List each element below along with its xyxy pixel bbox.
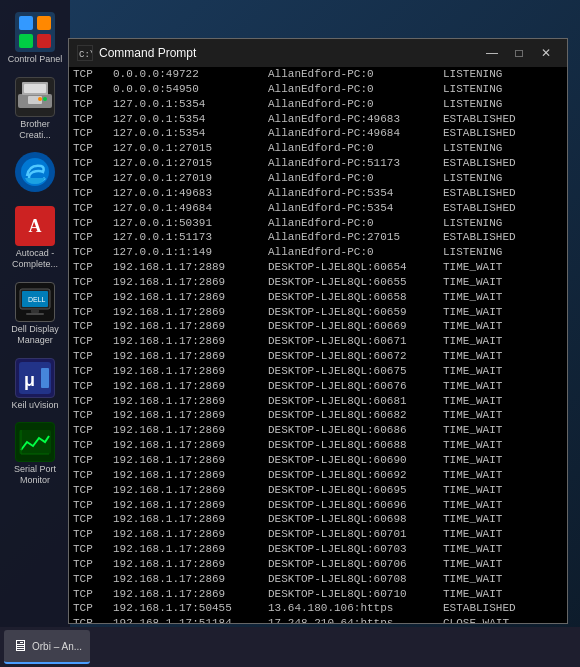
svg-text:μ: μ [24,370,35,390]
table-row: TCP192.168.1.17:5045513.64.180.106:https… [73,601,563,616]
table-row: TCP192.168.1.17:2869DESKTOP-LJEL8QL:6068… [73,423,563,438]
cmd-controls: — □ ✕ [479,42,559,64]
sidebar-icon-autocad[interactable]: A Autocad - Complete... [5,202,65,274]
cmd-titlebar: C:\ Command Prompt — □ ✕ [69,39,567,67]
svg-rect-14 [26,313,44,315]
table-row: TCP127.0.0.1:5354AllanEdford-PC:49683EST… [73,112,563,127]
table-row: TCP192.168.1.17:2869DESKTOP-LJEL8QL:6069… [73,453,563,468]
sidebar-icon-edge[interactable] [5,148,65,198]
svg-rect-0 [19,16,33,30]
table-row: TCP192.168.1.17:2869DESKTOP-LJEL8QL:6067… [73,364,563,379]
table-row: TCP192.168.1.17:2869DESKTOP-LJEL8QL:6065… [73,275,563,290]
table-row: TCP192.168.1.17:2869DESKTOP-LJEL8QL:6066… [73,319,563,334]
table-row: TCP192.168.1.17:2869DESKTOP-LJEL8QL:6069… [73,512,563,527]
sidebar-icon-control-panel[interactable]: Control Panel [5,8,65,69]
table-row: TCP0.0.0.0:49722AllanEdford-PC:0LISTENIN… [73,67,563,82]
sidebar-label-serial-port: Serial Port Monitor [7,464,63,486]
table-row: TCP127.0.0.1:27015AllanEdford-PC:0LISTEN… [73,141,563,156]
sidebar-label-dell-display: Dell Display Manager [7,324,63,346]
table-row: TCP192.168.1.17:2869DESKTOP-LJEL8QL:6069… [73,498,563,513]
table-row: TCP192.168.1.17:2869DESKTOP-LJEL8QL:6070… [73,542,563,557]
table-row: TCP127.0.0.1:50391AllanEdford-PC:0LISTEN… [73,216,563,231]
table-row: TCP192.168.1.17:2869DESKTOP-LJEL8QL:6065… [73,305,563,320]
sidebar-icon-serial-port[interactable]: Serial Port Monitor [5,418,65,490]
table-row: TCP127.0.0.1:27015AllanEdford-PC:51173ES… [73,156,563,171]
table-row: TCP127.0.0.1:49684AllanEdford-PC:5354EST… [73,201,563,216]
taskbar: 🖥 Orbi – An... [0,627,580,667]
cmd-body: TCP0.0.0.0:41337AllanEdford-PC:0LISTENIN… [69,67,567,623]
table-row: TCP127.0.0.1:5354AllanEdford-PC:49684EST… [73,126,563,141]
table-row: TCP192.168.1.17:2889DESKTOP-LJEL8QL:6065… [73,260,563,275]
svg-point-9 [38,97,42,101]
table-row: TCP192.168.1.17:2869DESKTOP-LJEL8QL:6069… [73,483,563,498]
table-row: TCP127.0.0.1:5354AllanEdford-PC:0LISTENI… [73,97,563,112]
table-row: TCP192.168.1.17:2869DESKTOP-LJEL8QL:6070… [73,572,563,587]
cmd-window: C:\ Command Prompt — □ ✕ TCP0.0.0.0:4133… [68,38,568,624]
taskbar-item-cmd[interactable]: 🖥 Orbi – An... [4,630,90,664]
svg-rect-2 [19,34,33,48]
cmd-title-text: Command Prompt [99,46,479,60]
taskbar-cmd-icon: 🖥 [12,637,28,655]
table-row: TCP127.0.0.1:1:149AllanEdford-PC:0LISTEN… [73,245,563,260]
table-row: TCP192.168.1.17:5118417.248.210.64:https… [73,616,563,623]
maximize-button[interactable]: □ [506,42,532,64]
table-row: TCP192.168.1.17:2869DESKTOP-LJEL8QL:6068… [73,408,563,423]
table-row: TCP192.168.1.17:2869DESKTOP-LJEL8QL:6067… [73,379,563,394]
table-row: TCP192.168.1.17:2869DESKTOP-LJEL8QL:6068… [73,394,563,409]
taskbar-cmd-label: Orbi – An... [32,641,82,652]
svg-rect-18 [41,368,49,388]
svg-rect-3 [37,34,51,48]
sidebar-icon-brother[interactable]: Brother Creati... [5,73,65,145]
table-row: TCP192.168.1.17:2869DESKTOP-LJEL8QL:6065… [73,290,563,305]
svg-rect-6 [24,84,46,93]
table-row: TCP127.0.0.1:49683AllanEdford-PC:5354EST… [73,186,563,201]
sidebar: Control Panel Brother Creati... [0,0,70,627]
svg-point-8 [43,97,47,101]
svg-rect-13 [31,309,39,313]
sidebar-icon-dell-display[interactable]: DELL Dell Display Manager [5,278,65,350]
table-row: TCP192.168.1.17:2869DESKTOP-LJEL8QL:6067… [73,334,563,349]
table-row: TCP192.168.1.17:2869DESKTOP-LJEL8QL:6071… [73,587,563,602]
sidebar-label-brother: Brother Creati... [7,119,63,141]
close-button[interactable]: ✕ [533,42,559,64]
table-row: TCP192.168.1.17:2869DESKTOP-LJEL8QL:6068… [73,438,563,453]
table-row: TCP192.168.1.17:2869DESKTOP-LJEL8QL:6067… [73,349,563,364]
table-row: TCP192.168.1.17:2869DESKTOP-LJEL8QL:6070… [73,527,563,542]
cmd-app-icon: C:\ [77,45,93,61]
cmd-content[interactable]: TCP0.0.0.0:41337AllanEdford-PC:0LISTENIN… [69,67,567,623]
sidebar-icon-keil[interactable]: μ Keil uVision [5,354,65,415]
sidebar-label-keil: Keil uVision [12,400,59,411]
sidebar-label-control-panel: Control Panel [8,54,63,65]
svg-rect-1 [37,16,51,30]
table-row: TCP0.0.0.0:54950AllanEdford-PC:0LISTENIN… [73,82,563,97]
desktop: Control Panel Brother Creati... [0,0,580,667]
minimize-button[interactable]: — [479,42,505,64]
table-row: TCP127.0.0.1:27019AllanEdford-PC:0LISTEN… [73,171,563,186]
svg-text:DELL: DELL [28,296,46,303]
table-row: TCP192.168.1.17:2869DESKTOP-LJEL8QL:6070… [73,557,563,572]
sidebar-label-autocad: Autocad - Complete... [7,248,63,270]
table-row: TCP127.0.0.1:51173AllanEdford-PC:27015ES… [73,230,563,245]
svg-text:C:\: C:\ [79,50,92,60]
table-row: TCP192.168.1.17:2869DESKTOP-LJEL8QL:6069… [73,468,563,483]
